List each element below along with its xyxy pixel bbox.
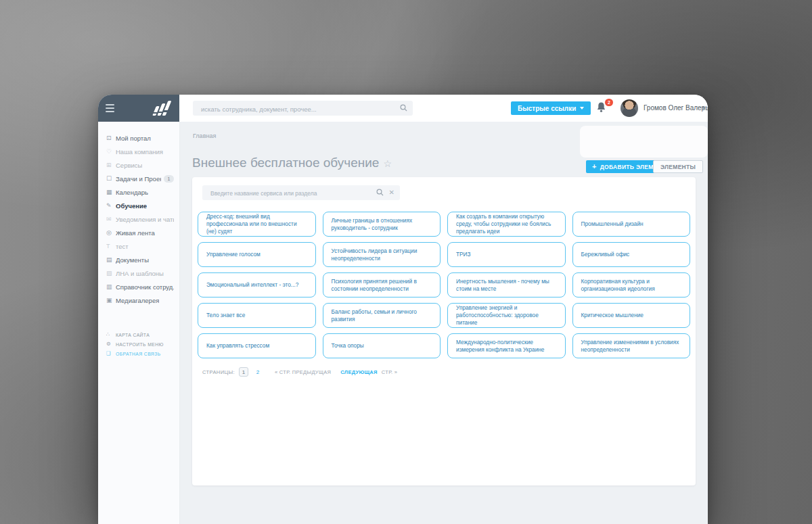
- chevron-down-icon: [580, 107, 584, 110]
- sidebar-item-label: Уведомления и чаты: [116, 216, 174, 223]
- monitor-icon: ⊡: [106, 135, 116, 141]
- course-card[interactable]: Психология принятия решений в состоянии …: [323, 272, 441, 297]
- course-card-title: Управление изменениями в условиях неопре…: [581, 339, 682, 354]
- page-numbers: 12: [239, 367, 264, 377]
- sidebar-item-test[interactable]: Tтест: [98, 239, 179, 253]
- feedback-icon: ❑: [106, 351, 116, 356]
- course-card-title: Промышленный дизайн: [581, 220, 644, 228]
- course-card[interactable]: Управление голосом: [198, 242, 316, 267]
- documents-icon: ▤: [106, 257, 116, 263]
- user-avatar[interactable]: [621, 99, 638, 117]
- course-card[interactable]: Бережливый офис: [572, 242, 691, 267]
- course-card-title: Инертность мышления - почему мы стоим на…: [456, 278, 557, 293]
- courses-panel: ✕ Дресс-код: внешний вид профессионала и…: [192, 177, 696, 485]
- sidebar-item-tasks-projects[interactable]: ☐Задачи и Проек...1: [98, 172, 179, 185]
- course-card-title: Как создать в компании открытую среду, ч…: [456, 213, 557, 235]
- course-card[interactable]: Личные границы в отношениях руководитель…: [323, 212, 441, 237]
- next-page-link[interactable]: СЛЕДУЮЩАЯ: [340, 369, 377, 375]
- global-search-input[interactable]: [200, 101, 395, 117]
- sidebar-item-our-company[interactable]: ♡Наша компания: [98, 145, 179, 158]
- course-card[interactable]: Инертность мышления - почему мы стоим на…: [447, 272, 566, 297]
- top-right-panel: [580, 126, 708, 158]
- course-card[interactable]: ТРИЗ: [447, 242, 566, 267]
- course-card-grid: Дресс-код: внешний вид профессионала или…: [198, 212, 690, 358]
- quick-links-label: Быстрые ссылки: [518, 105, 576, 112]
- gallery-icon: ▣: [106, 297, 116, 304]
- search-icon: [400, 104, 407, 112]
- quick-links-button[interactable]: Быстрые ссылки: [511, 101, 591, 115]
- course-card-title: Точка опоры: [332, 342, 364, 350]
- course-card[interactable]: Промышленный дизайн: [572, 212, 691, 237]
- company-logo: [154, 101, 168, 116]
- sidebar-item-services[interactable]: ⊞Сервисы: [98, 158, 179, 172]
- course-card[interactable]: Дресс-код: внешний вид профессионала или…: [198, 212, 316, 237]
- course-card[interactable]: Управление изменениями в условиях неопре…: [572, 333, 691, 358]
- user-menu[interactable]: Громов Олег Валерь...: [644, 104, 708, 112]
- sidebar-item-label: тест: [116, 243, 129, 250]
- sidebar-footer-label: ОБРАТНАЯ СВЯЗЬ: [116, 352, 161, 356]
- course-card[interactable]: Устойчивость лидера в ситуации неопредел…: [323, 242, 441, 267]
- course-filter-input[interactable]: [209, 185, 374, 201]
- sidebar-item-documents[interactable]: ▤Документы: [98, 253, 179, 266]
- breadcrumb[interactable]: Главная: [193, 133, 216, 139]
- elements-button[interactable]: ЭЛЕМЕНТЫ: [653, 160, 703, 173]
- plus-icon: +: [592, 163, 597, 170]
- pages-label: СТРАНИЦЫ:: [202, 369, 235, 375]
- page-number-1[interactable]: 1: [239, 367, 248, 377]
- chat-icon: ✉: [106, 216, 116, 222]
- course-card-title: Управление голосом: [206, 251, 261, 258]
- course-card[interactable]: Управление энергией и работоспособностью…: [447, 303, 566, 328]
- notifications-bell[interactable]: 2: [596, 101, 610, 115]
- course-card[interactable]: Тело знает все: [198, 303, 316, 328]
- sidebar-item-label: Задачи и Проек...: [116, 175, 161, 183]
- page-title: Внешнее бесплатное обучение☆: [192, 156, 392, 170]
- sidebar-footer-label: НАСТРОИТЬ МЕНЮ: [116, 342, 164, 347]
- sidebar: ⊡Мой портал♡Наша компания⊞Сервисы☐Задачи…: [98, 122, 180, 524]
- sidebar-item-lna-templates[interactable]: ▨ЛНА и шаблоны: [98, 266, 179, 280]
- sidebar-item-education[interactable]: ✎Обучение: [98, 199, 179, 212]
- favorite-star-icon[interactable]: ☆: [383, 158, 392, 169]
- course-card-title: ТРИЗ: [456, 251, 471, 258]
- course-card[interactable]: Международно-политические измерения конф…: [447, 333, 566, 358]
- sidebar-item-label: Календарь: [116, 189, 148, 196]
- course-card[interactable]: Эмоциональный интеллект - это...?: [198, 272, 316, 297]
- sidebar-item-notifications-chats[interactable]: ✉Уведомления и чаты: [98, 212, 179, 226]
- sidebar-item-label: Мой портал: [116, 135, 151, 142]
- sidebar-item-my-portal[interactable]: ⊡Мой портал: [98, 131, 179, 145]
- sidebar-footer-item-customize-menu[interactable]: ⚙НАСТРОИТЬ МЕНЮ: [98, 339, 179, 349]
- course-card-title: Критическое мышление: [581, 312, 644, 319]
- sidebar-item-label: Медиагалерея: [116, 297, 159, 304]
- previous-page-link[interactable]: « СТР. ПРЕДЫДУЩАЯ: [275, 369, 331, 375]
- course-card[interactable]: Как управлять стрессом: [198, 333, 316, 358]
- course-card[interactable]: Точка опоры: [323, 333, 441, 358]
- course-card[interactable]: Баланс работы, семьи и личного развития: [323, 303, 441, 328]
- page-number-2[interactable]: 2: [252, 367, 264, 377]
- clear-filter-icon[interactable]: ✕: [389, 188, 394, 197]
- course-card-title: Психология принятия решений в состоянии …: [332, 278, 432, 293]
- user-chevron-down-icon[interactable]: [702, 107, 706, 110]
- sidebar-footer-item-sitemap[interactable]: ∴КАРТА САЙТА: [98, 330, 179, 339]
- heart-icon: ♡: [106, 149, 116, 155]
- education-icon: ✎: [106, 203, 116, 209]
- sidebar-item-media-gallery[interactable]: ▣Медиагалерея: [98, 293, 179, 307]
- sidebar-item-label: Справочник сотруд...: [116, 283, 174, 291]
- main-content: Главная Внешнее бесплатное обучение☆ + Д…: [179, 122, 708, 524]
- sidebar-item-live-feed[interactable]: ◎Живая лента: [98, 226, 179, 239]
- filter-search-icon[interactable]: [376, 189, 384, 196]
- sidebar-item-calendar[interactable]: ▦Календарь: [98, 185, 179, 199]
- sidebar-footer-item-feedback[interactable]: ❑ОБРАТНАЯ СВЯЗЬ: [98, 349, 179, 358]
- grid-icon: ⊞: [106, 162, 116, 168]
- course-card[interactable]: Критическое мышление: [572, 303, 691, 328]
- sitemap-icon: ∴: [106, 332, 116, 337]
- sidebar-item-employee-directory[interactable]: ▥Справочник сотруд...: [98, 280, 179, 293]
- calendar-icon: ▦: [106, 189, 116, 195]
- course-card-title: Как управлять стрессом: [206, 342, 269, 350]
- sidebar-footer: ∴КАРТА САЙТА⚙НАСТРОИТЬ МЕНЮ❑ОБРАТНАЯ СВЯ…: [98, 330, 179, 358]
- course-card[interactable]: Корпоративная культура и организационная…: [572, 272, 691, 297]
- course-card-title: Устойчивость лидера в ситуации неопредел…: [332, 247, 432, 262]
- hamburger-menu-icon[interactable]: [106, 104, 114, 112]
- course-card[interactable]: Как создать в компании открытую среду, ч…: [447, 212, 566, 237]
- app-window: Быстрые ссылки 2 Громов Олег Валерь... ⊡…: [98, 95, 708, 524]
- sidebar-item-label: Документы: [116, 256, 149, 264]
- course-card-title: Корпоративная культура и организационная…: [581, 278, 682, 293]
